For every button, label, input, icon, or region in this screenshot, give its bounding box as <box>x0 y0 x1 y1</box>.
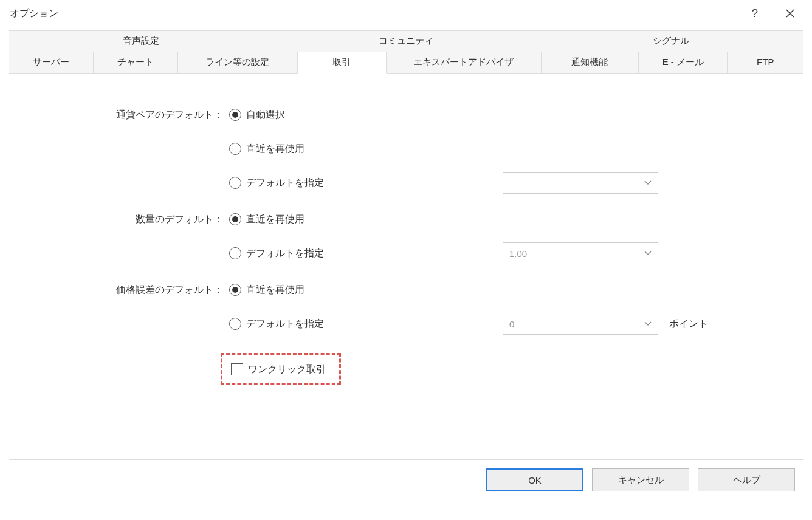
radio-volume-reuse[interactable] <box>229 213 241 225</box>
tab-signal[interactable]: シグナル <box>538 31 803 52</box>
radio-symbol-specify[interactable] <box>229 177 241 189</box>
symbol-combo[interactable] <box>503 172 658 194</box>
tab-expert-advisor[interactable]: エキスパートアドバイザ <box>387 52 542 74</box>
tab-community[interactable]: コミュニティ <box>274 31 539 52</box>
one-click-label: ワンクリック取引 <box>248 363 326 376</box>
close-icon[interactable] <box>778 4 802 22</box>
one-click-highlight: ワンクリック取引 <box>221 353 341 385</box>
help-icon[interactable]: ? <box>743 4 767 22</box>
radio-symbol-reuse[interactable] <box>229 143 241 155</box>
trading-panel: 通貨ペアのデフォルト： 自動選択 直近を再使用 デフォルトを指定 <box>9 74 803 459</box>
radio-deviation-reuse[interactable] <box>229 284 241 296</box>
radio-volume-specify-label: デフォルトを指定 <box>246 247 324 260</box>
chevron-down-icon <box>644 179 652 186</box>
volume-default-label: 数量のデフォルト： <box>33 213 223 226</box>
window-title: オプション <box>10 7 743 20</box>
tab-line-settings[interactable]: ライン等の設定 <box>178 52 298 74</box>
radio-deviation-specify[interactable] <box>229 318 241 330</box>
radio-symbol-specify-label: デフォルトを指定 <box>246 177 324 190</box>
titlebar: オプション ? <box>0 0 812 30</box>
radio-volume-specify[interactable] <box>229 247 241 259</box>
tab-email[interactable]: E - メール <box>639 52 728 74</box>
cancel-button[interactable]: キャンセル <box>592 468 689 491</box>
tab-server[interactable]: サーバー <box>9 52 94 74</box>
deviation-combo-value: 0 <box>509 319 514 329</box>
radio-symbol-auto[interactable] <box>229 109 241 121</box>
radio-symbol-auto-label: 自動選択 <box>246 109 285 121</box>
chevron-down-icon <box>644 250 652 257</box>
one-click-checkbox[interactable] <box>231 363 243 375</box>
radio-volume-reuse-label: 直近を再使用 <box>246 213 304 226</box>
tab-notification[interactable]: 通知機能 <box>542 52 639 74</box>
radio-symbol-reuse-label: 直近を再使用 <box>246 143 304 156</box>
deviation-default-label: 価格誤差のデフォルト： <box>33 284 223 296</box>
radio-deviation-reuse-label: 直近を再使用 <box>246 284 304 296</box>
tab-audio[interactable]: 音声設定 <box>9 31 274 52</box>
chevron-down-icon <box>644 320 652 327</box>
deviation-combo[interactable]: 0 <box>503 313 658 335</box>
tabs-container: 音声設定 コミュニティ シグナル サーバー チャート ライン等の設定 取引 エキ… <box>9 30 803 460</box>
tab-chart[interactable]: チャート <box>94 52 178 74</box>
volume-combo[interactable]: 1.00 <box>503 242 658 264</box>
symbol-default-label: 通貨ペアのデフォルト： <box>33 109 223 121</box>
dialog-footer: OK キャンセル ヘルプ <box>9 460 803 491</box>
volume-combo-value: 1.00 <box>509 248 527 259</box>
help-button[interactable]: ヘルプ <box>698 468 795 491</box>
ok-button[interactable]: OK <box>486 468 583 491</box>
tab-ftp[interactable]: FTP <box>728 52 803 74</box>
deviation-unit-label: ポイント <box>669 318 708 330</box>
tab-trading[interactable]: 取引 <box>298 52 387 74</box>
radio-deviation-specify-label: デフォルトを指定 <box>246 318 324 330</box>
